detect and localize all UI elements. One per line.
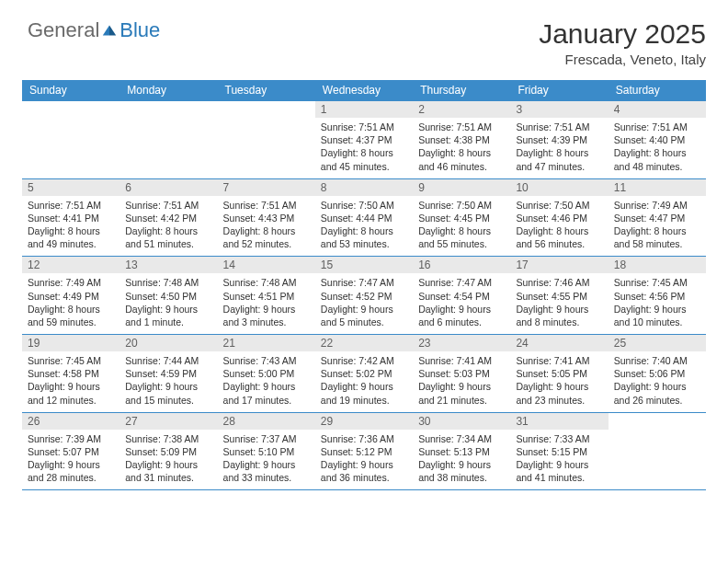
week-row: 26Sunrise: 7:39 AMSunset: 5:07 PMDayligh… — [22, 412, 706, 491]
daylight-line-2: and 56 minutes. — [516, 237, 602, 250]
cell-body: Sunrise: 7:51 AMSunset: 4:38 PMDaylight:… — [413, 118, 510, 178]
date-number: 9 — [413, 179, 510, 196]
sunrise-line: Sunrise: 7:42 AM — [321, 354, 407, 367]
calendar-cell — [22, 101, 119, 178]
sunset-line: Sunset: 4:40 PM — [614, 133, 700, 146]
sunset-line: Sunset: 5:09 PM — [125, 445, 211, 458]
cell-body: Sunrise: 7:50 AMSunset: 4:45 PMDaylight:… — [413, 196, 510, 257]
daylight-line-1: Daylight: 9 hours — [28, 458, 114, 471]
date-number: 22 — [315, 335, 413, 351]
daylight-line-1: Daylight: 9 hours — [125, 380, 211, 393]
day-header-cell: Monday — [119, 80, 217, 100]
daylight-line-2: and 51 minutes. — [125, 237, 211, 250]
date-number: 31 — [510, 413, 608, 430]
sunrise-line: Sunrise: 7:45 AM — [28, 354, 114, 367]
date-number: 13 — [119, 257, 217, 273]
daylight-line-2: and 53 minutes. — [321, 237, 407, 250]
sunrise-line: Sunrise: 7:51 AM — [125, 199, 211, 212]
date-number: 11 — [609, 179, 706, 196]
sunrise-line: Sunrise: 7:43 AM — [223, 354, 310, 367]
cell-body: Sunrise: 7:48 AMSunset: 4:50 PMDaylight:… — [119, 273, 217, 334]
sunset-line: Sunset: 4:42 PM — [125, 212, 211, 224]
daylight-line-2: and 10 minutes. — [614, 316, 700, 328]
week-row: 12Sunrise: 7:49 AMSunset: 4:49 PMDayligh… — [22, 256, 706, 334]
calendar-cell: 17Sunrise: 7:46 AMSunset: 4:55 PMDayligh… — [510, 257, 608, 334]
cell-body: Sunrise: 7:41 AMSunset: 5:03 PMDaylight:… — [413, 351, 510, 412]
day-header-cell: Saturday — [609, 80, 706, 100]
sunrise-line: Sunrise: 7:33 AM — [516, 432, 602, 445]
daylight-line-2: and 36 minutes. — [321, 471, 407, 484]
daylight-line-1: Daylight: 9 hours — [321, 458, 407, 471]
date-number: 20 — [119, 335, 217, 351]
calendar-cell: 16Sunrise: 7:47 AMSunset: 4:54 PMDayligh… — [413, 257, 510, 334]
daylight-line-1: Daylight: 8 hours — [125, 224, 211, 237]
calendar-cell: 3Sunrise: 7:51 AMSunset: 4:39 PMDaylight… — [510, 101, 608, 178]
cell-body: Sunrise: 7:38 AMSunset: 5:09 PMDaylight:… — [119, 430, 217, 490]
date-number: 26 — [22, 413, 119, 430]
daylight-line-1: Daylight: 8 hours — [516, 224, 602, 237]
day-header-cell: Friday — [510, 80, 608, 100]
calendar-cell: 26Sunrise: 7:39 AMSunset: 5:07 PMDayligh… — [22, 413, 119, 490]
daylight-line-2: and 46 minutes. — [418, 160, 505, 173]
cell-body: Sunrise: 7:36 AMSunset: 5:12 PMDaylight:… — [315, 430, 413, 490]
daylight-line-2: and 52 minutes. — [223, 237, 310, 250]
sunset-line: Sunset: 5:06 PM — [614, 367, 700, 380]
cell-body: Sunrise: 7:46 AMSunset: 4:55 PMDaylight:… — [510, 273, 608, 334]
calendar: SundayMondayTuesdayWednesdayThursdayFrid… — [22, 80, 706, 490]
logo: General Blue — [28, 18, 160, 42]
date-number: 28 — [218, 413, 315, 430]
cell-body: Sunrise: 7:51 AMSunset: 4:37 PMDaylight:… — [315, 118, 413, 178]
sunset-line: Sunset: 4:44 PM — [321, 212, 407, 224]
date-number — [218, 101, 315, 118]
daylight-line-2: and 28 minutes. — [28, 471, 114, 484]
daylight-line-2: and 1 minute. — [125, 316, 211, 328]
sunset-line: Sunset: 4:55 PM — [516, 290, 602, 303]
sunrise-line: Sunrise: 7:38 AM — [125, 432, 211, 445]
day-header-row: SundayMondayTuesdayWednesdayThursdayFrid… — [22, 80, 706, 100]
calendar-cell: 31Sunrise: 7:33 AMSunset: 5:15 PMDayligh… — [510, 413, 608, 490]
daylight-line-2: and 21 minutes. — [418, 394, 505, 407]
sunset-line: Sunset: 4:37 PM — [321, 133, 407, 146]
date-number: 21 — [218, 335, 315, 351]
sunrise-line: Sunrise: 7:40 AM — [614, 354, 700, 367]
week-row: 5Sunrise: 7:51 AMSunset: 4:41 PMDaylight… — [22, 178, 706, 257]
logo-text-general: General — [28, 18, 99, 42]
sunset-line: Sunset: 4:49 PM — [28, 290, 114, 303]
sunset-line: Sunset: 5:00 PM — [223, 367, 310, 380]
calendar-cell: 14Sunrise: 7:48 AMSunset: 4:51 PMDayligh… — [218, 257, 315, 334]
sunset-line: Sunset: 4:59 PM — [125, 367, 211, 380]
daylight-line-1: Daylight: 9 hours — [28, 380, 114, 393]
daylight-line-2: and 45 minutes. — [321, 160, 407, 173]
daylight-line-1: Daylight: 9 hours — [418, 303, 505, 316]
daylight-line-1: Daylight: 8 hours — [223, 224, 310, 237]
daylight-line-1: Daylight: 8 hours — [516, 146, 602, 159]
calendar-cell — [218, 101, 315, 178]
cell-body: Sunrise: 7:51 AMSunset: 4:39 PMDaylight:… — [510, 118, 608, 178]
header: General Blue January 2025 Frescada, Vene… — [22, 18, 706, 67]
calendar-cell: 2Sunrise: 7:51 AMSunset: 4:38 PMDaylight… — [413, 101, 510, 178]
sunset-line: Sunset: 4:51 PM — [223, 290, 310, 303]
sunrise-line: Sunrise: 7:50 AM — [418, 199, 505, 212]
sunset-line: Sunset: 5:13 PM — [418, 445, 505, 458]
sunrise-line: Sunrise: 7:41 AM — [516, 354, 602, 367]
sunset-line: Sunset: 4:41 PM — [28, 212, 114, 224]
daylight-line-1: Daylight: 9 hours — [418, 458, 505, 471]
cell-body — [119, 118, 217, 173]
daylight-line-1: Daylight: 8 hours — [321, 224, 407, 237]
calendar-cell: 5Sunrise: 7:51 AMSunset: 4:41 PMDaylight… — [22, 179, 119, 257]
sunset-line: Sunset: 5:07 PM — [28, 445, 114, 458]
date-number: 16 — [413, 257, 510, 273]
daylight-line-1: Daylight: 9 hours — [516, 458, 602, 471]
page-title: January 2025 — [539, 18, 706, 50]
sunrise-line: Sunrise: 7:47 AM — [418, 276, 505, 289]
daylight-line-2: and 38 minutes. — [418, 471, 505, 484]
date-number: 27 — [119, 413, 217, 430]
calendar-cell: 24Sunrise: 7:41 AMSunset: 5:05 PMDayligh… — [510, 335, 608, 412]
calendar-cell: 19Sunrise: 7:45 AMSunset: 4:58 PMDayligh… — [22, 335, 119, 412]
daylight-line-2: and 59 minutes. — [28, 316, 114, 328]
date-number: 19 — [22, 335, 119, 351]
date-number: 4 — [609, 101, 706, 118]
calendar-cell: 22Sunrise: 7:42 AMSunset: 5:02 PMDayligh… — [315, 335, 413, 412]
daylight-line-1: Daylight: 8 hours — [418, 224, 505, 237]
cell-body: Sunrise: 7:33 AMSunset: 5:15 PMDaylight:… — [510, 430, 608, 490]
